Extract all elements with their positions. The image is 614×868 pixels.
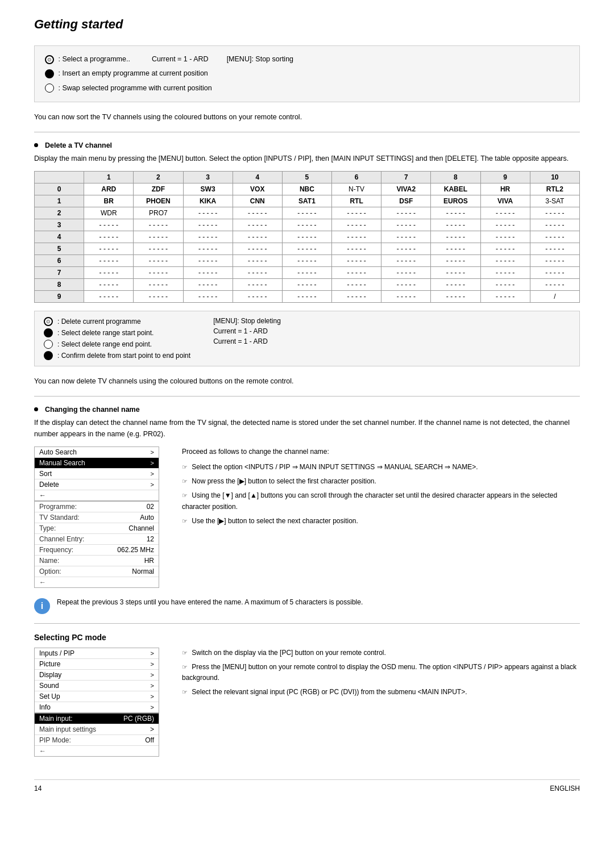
table-row: - - - - - xyxy=(530,207,579,219)
footer-page-number: 14 xyxy=(34,784,42,792)
table-row: PRO7 xyxy=(134,207,183,219)
menu-panel-2: Inputs / PIP > Picture > Display > Sound… xyxy=(34,648,159,713)
info-note: i Repeat the previous 3 steps until you … xyxy=(34,597,580,614)
step-2: ☞ Now press the [▶] button to select the… xyxy=(182,476,580,487)
divider-2 xyxy=(34,396,580,397)
menu-arrow-display: > xyxy=(151,671,154,678)
legend-row-4: : Confirm delete from start point to end… xyxy=(44,351,190,360)
table-row: - - - - - xyxy=(332,219,381,231)
table-row: - - - - - xyxy=(480,290,530,302)
circle-filled-icon xyxy=(45,69,54,78)
table-row: - - - - - xyxy=(84,266,134,278)
table-row: - - - - - xyxy=(183,290,233,302)
menu-item-delete[interactable]: Delete > xyxy=(35,479,159,490)
table-row: WDR xyxy=(84,207,134,219)
table-row: - - - - - xyxy=(134,219,183,231)
table-row: - - - - - xyxy=(282,266,331,278)
table-row: - - - - - xyxy=(84,231,134,243)
table-row: - - - - - xyxy=(332,278,381,290)
pc-mode-layout: Inputs / PIP > Picture > Display > Sound… xyxy=(34,648,580,757)
menu-item-sort[interactable]: Sort > xyxy=(35,469,159,479)
table-row: HR xyxy=(480,183,530,195)
detail-row-tv-standard: TV Standard: Auto xyxy=(35,512,159,523)
table-row: - - - - - xyxy=(480,219,530,231)
table-row: - - - - - xyxy=(183,254,233,266)
legend-row-2: : Select delete range start point. xyxy=(44,328,190,337)
table-row: - - - - - xyxy=(282,278,331,290)
channel-name-section: Changing the channel name If the display… xyxy=(34,406,580,440)
table-row: VOX xyxy=(233,183,282,195)
table-row: - - - - - xyxy=(431,254,480,266)
table-row: - - - - - xyxy=(183,219,233,231)
table-row: - - - - - xyxy=(233,231,282,243)
table-row: - - - - - xyxy=(431,231,480,243)
menu-item-inputs-pip[interactable]: Inputs / PIP > xyxy=(35,648,159,659)
pc-mode-right: ☞ Switch on the display via the [PC] but… xyxy=(182,648,580,757)
table-row: BR xyxy=(84,195,134,207)
menu-arrow-auto-search: > xyxy=(151,449,154,456)
table-row: - - - - - xyxy=(530,278,579,290)
menu-item-info[interactable]: Info > xyxy=(35,702,159,712)
table-row: RTL xyxy=(332,195,381,207)
table-row: - - - - - xyxy=(530,266,579,278)
table-row: - - - - - xyxy=(183,266,233,278)
table-row: - - - - - xyxy=(530,243,579,254)
table-col-header-10: 10 xyxy=(530,171,579,183)
menu-item-sound[interactable]: Sound > xyxy=(35,681,159,691)
circle-small-icon xyxy=(45,84,54,93)
page-title: Getting started xyxy=(34,17,580,32)
channel-name-left: Auto Search > Manual Search > Sort > Del… xyxy=(34,446,159,588)
divider-3 xyxy=(34,623,580,624)
menu-label-sort: Sort xyxy=(39,470,52,478)
sort-row1-text: : Select a programme.. xyxy=(58,55,130,63)
detail-row-frequency: Frequency: 062.25 MHz xyxy=(35,545,159,556)
menu-item-display[interactable]: Display > xyxy=(35,670,159,681)
detail-row-type: Type: Channel xyxy=(35,523,159,534)
legend-icon-3 xyxy=(44,340,53,349)
menu-label-manual-search: Manual Search xyxy=(39,459,85,467)
legend-text-3: : Select delete range end point. xyxy=(57,340,152,348)
step-1: ☞ Select the option <INPUTS / PIP ⇒ MAIN… xyxy=(182,462,580,473)
step-4: ☞ Use the [▶] button to select the next … xyxy=(182,516,580,527)
table-row: - - - - - xyxy=(84,254,134,266)
table-row-header: 0 xyxy=(35,183,84,195)
table-row: - - - - - xyxy=(480,231,530,243)
table-row: - - - - - xyxy=(381,266,431,278)
table-row: - - - - - xyxy=(480,266,530,278)
table-col-header-2: 2 xyxy=(134,171,183,183)
menu-label-inputs-pip: Inputs / PIP xyxy=(39,649,74,657)
menu-label-display: Display xyxy=(39,671,61,679)
menu-item-auto-search[interactable]: Auto Search > xyxy=(35,447,159,458)
table-row: - - - - - xyxy=(84,219,134,231)
table-row: - - - - - xyxy=(282,231,331,243)
menu-item-manual-search[interactable]: Manual Search > xyxy=(35,458,159,469)
table-row: - - - - - xyxy=(480,243,530,254)
table-col-header-5: 5 xyxy=(282,171,331,183)
table-row: - - - - - xyxy=(183,278,233,290)
sort-info-box: ⊙ : Select a programme.. Current = 1 - A… xyxy=(34,45,580,102)
menu-item-picture[interactable]: Picture > xyxy=(35,659,159,670)
menu-item-back[interactable]: ← xyxy=(35,490,159,500)
menu-arrow-delete: > xyxy=(151,481,154,488)
sort-row3-text: : Swap selected programme with current p… xyxy=(58,84,211,92)
table-row-header: 2 xyxy=(35,207,84,219)
delete-body: Display the main menu by pressing the [M… xyxy=(34,153,580,164)
legend-icon-2 xyxy=(44,328,53,337)
menu-label-picture: Picture xyxy=(39,660,60,668)
table-row: - - - - - xyxy=(282,290,331,302)
detail-panel-1-wrapper: Programme: 02 TV Standard: Auto Type: Ch… xyxy=(34,501,159,588)
table-row: SW3 xyxy=(183,183,233,195)
table-row: - - - - - xyxy=(480,207,530,219)
channel-name-right: Proceed as follows to change the channel… xyxy=(182,446,580,588)
table-row-header: 8 xyxy=(35,278,84,290)
table-row: - - - - - xyxy=(431,278,480,290)
menu-arrow-inputs-pip: > xyxy=(151,650,154,657)
table-row: - - - - - xyxy=(431,219,480,231)
table-row: KABEL xyxy=(431,183,480,195)
table-row: - - - - - xyxy=(282,207,331,219)
menu-label-auto-search: Auto Search xyxy=(39,448,77,456)
menu-item-setup[interactable]: Set Up > xyxy=(35,691,159,702)
channel-name-layout: Auto Search > Manual Search > Sort > Del… xyxy=(34,446,580,588)
table-row: 3-SAT xyxy=(530,195,579,207)
table-row: SAT1 xyxy=(282,195,331,207)
